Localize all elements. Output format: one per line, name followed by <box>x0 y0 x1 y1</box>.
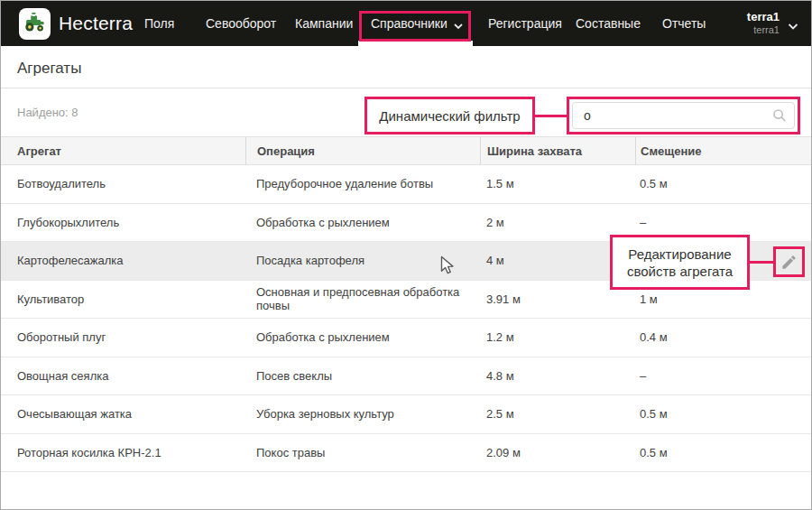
column-header-offset: Смещение <box>635 137 811 164</box>
table-row[interactable]: Очесывающая жатка Уборка зерновых культу… <box>1 395 811 434</box>
cell-unit: Глубокорыхлитель <box>1 216 245 229</box>
cell-width: 2.09 м <box>480 446 635 459</box>
cell-operation: Покос травы <box>245 446 480 459</box>
cell-operation: Обработка с рыхлением <box>245 330 480 344</box>
cell-offset: – <box>635 369 811 383</box>
cell-operation: Основная и предпосевная обработка почвы <box>245 285 480 312</box>
cell-unit: Роторная косилка КРН-2.1 <box>1 446 245 459</box>
column-header-unit: Агрегат <box>1 137 245 164</box>
brand-name: Hecterra <box>59 1 133 46</box>
user-name: terra1 <box>747 10 780 24</box>
found-count: Найдено: 8 <box>17 88 78 136</box>
cell-width: 2.5 м <box>480 407 635 421</box>
table-header: Агрегат Операция Ширина захвата Смещение <box>1 136 811 165</box>
cell-width: 2 м <box>480 216 635 229</box>
cell-operation: Обработка с рыхлением <box>245 216 480 229</box>
nav-item-composite[interactable]: Составные <box>576 1 641 46</box>
cell-offset: 1 м <box>635 292 811 306</box>
nav-item-registration[interactable]: Регистрация <box>488 1 562 46</box>
user-menu[interactable]: terra1 terra1 <box>747 1 797 46</box>
cell-unit: Овощная сеялка <box>1 369 245 383</box>
app-window: Hecterra Поля Севооборот Кампании Справо… <box>0 0 812 510</box>
page-header: Агрегаты <box>1 46 811 88</box>
pencil-icon <box>780 258 798 274</box>
column-header-width: Ширина захвата <box>480 137 635 164</box>
page-title: Агрегаты <box>17 60 81 78</box>
table-row[interactable]: Овощная сеялка Посев свеклы 4.8 м – <box>1 357 811 396</box>
cell-unit: Ботвоудалитель <box>1 177 245 190</box>
cell-unit: Картофелесажалка <box>1 254 245 267</box>
cell-operation: Уборка зерновых культур <box>245 407 480 421</box>
cell-operation: Посев свеклы <box>245 369 480 383</box>
cell-width: 4.8 м <box>480 369 635 383</box>
cell-operation: Предуборочное удаление ботвы <box>245 177 480 190</box>
nav-item-crop-rotation[interactable]: Севооборот <box>206 1 276 46</box>
nav-item-fields[interactable]: Поля <box>144 1 174 46</box>
nav-item-campaigns[interactable]: Кампании <box>295 1 353 46</box>
top-nav: Hecterra Поля Севооборот Кампании Справо… <box>1 1 811 46</box>
cell-width: 1.2 м <box>480 330 635 344</box>
user-account: terra1 <box>747 24 780 37</box>
chevron-down-icon <box>788 19 797 28</box>
nav-item-reports[interactable]: Отчеты <box>662 1 706 46</box>
edit-unit-button[interactable] <box>780 254 798 271</box>
table-row-hovered[interactable]: Картофелесажалка Посадка картофеля 4 м <box>1 242 811 281</box>
table-row[interactable]: Оборотный плуг Обработка с рыхлением 1.2… <box>1 319 811 357</box>
cell-width: 1.5 м <box>480 177 635 190</box>
cell-unit: Очесывающая жатка <box>1 407 245 421</box>
cell-offset: 0.5 м <box>635 446 811 459</box>
cell-offset: 0.4 м <box>635 330 811 344</box>
table-row[interactable]: Роторная косилка КРН-2.1 Покос травы 2.0… <box>1 434 811 473</box>
cell-width: 3.91 м <box>480 292 635 306</box>
cell-unit: Культиватор <box>1 292 245 306</box>
search-input[interactable] <box>572 102 795 129</box>
cell-width: 4 м <box>480 254 635 267</box>
active-tab-indicator <box>358 41 473 46</box>
cell-offset: – <box>635 216 811 229</box>
cell-unit: Оборотный плуг <box>1 330 245 344</box>
table-body: Ботвоудалитель Предуборочное удаление бо… <box>1 165 811 472</box>
tractor-icon <box>23 10 47 38</box>
app-logo[interactable] <box>19 8 51 40</box>
search-icon <box>772 108 787 123</box>
search-field-wrap <box>572 102 795 129</box>
chevron-down-icon <box>454 19 463 28</box>
mouse-cursor <box>440 255 457 279</box>
table-row[interactable]: Ботвоудалитель Предуборочное удаление бо… <box>1 165 811 204</box>
table-row[interactable]: Глубокорыхлитель Обработка с рыхлением 2… <box>1 204 811 243</box>
column-header-operation: Операция <box>245 137 480 164</box>
cell-offset: 0.5 м <box>635 407 811 421</box>
cell-offset: 0.5 м <box>635 177 811 190</box>
table-row[interactable]: Культиватор Основная и предпосевная обра… <box>1 281 811 320</box>
nav-item-directories[interactable]: Справочники <box>371 1 463 46</box>
filter-bar: Найдено: 8 <box>1 88 811 136</box>
